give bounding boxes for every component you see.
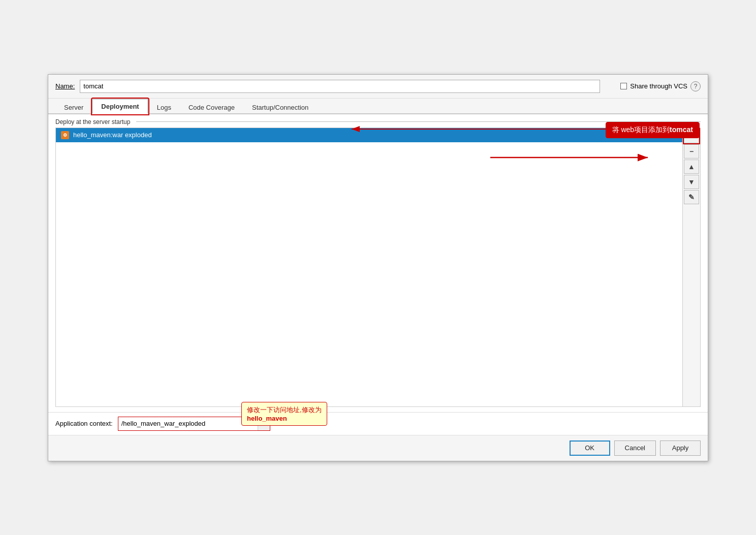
context-input-wrap: ▾ <box>118 417 270 431</box>
context-dropdown-button[interactable]: ▾ <box>258 417 270 430</box>
ok-button[interactable]: OK <box>570 440 610 456</box>
context-input[interactable] <box>118 418 258 429</box>
cancel-button[interactable]: Cancel <box>614 440 656 456</box>
context-label: Application context: <box>55 420 113 427</box>
deployment-item[interactable]: ⚙ hello_maven:war exploded <box>56 128 682 142</box>
tab-deployment[interactable]: Deployment <box>92 99 148 114</box>
context-row: Application context: ▾ <box>48 412 708 435</box>
deploy-section-label: Deploy at the server startup <box>48 114 708 128</box>
deployment-item-label: hello_maven:war exploded <box>73 131 152 139</box>
dialog-footer: OK Cancel Apply <box>48 435 708 461</box>
deployment-list: ⚙ hello_maven:war exploded <box>56 128 682 406</box>
move-down-button[interactable]: ▼ <box>684 175 699 189</box>
name-input[interactable] <box>80 80 600 93</box>
apply-button[interactable]: Apply <box>660 440 701 456</box>
dialog-header: Name: Share through VCS ? <box>48 75 708 99</box>
add-button[interactable]: + <box>684 129 699 143</box>
help-button[interactable]: ? <box>690 81 701 91</box>
vcs-checkbox[interactable] <box>620 83 627 89</box>
tab-server[interactable]: Server <box>55 100 92 114</box>
tabs-row: Server Deployment Logs Code Coverage Sta… <box>48 99 708 114</box>
tab-code-coverage[interactable]: Code Coverage <box>180 100 243 114</box>
dialog-body: Deploy at the server startup ⚙ hello_mav… <box>48 114 708 435</box>
move-up-button[interactable]: ▲ <box>684 160 699 174</box>
remove-button[interactable]: − <box>684 144 699 159</box>
name-label: Name: <box>55 82 75 90</box>
tab-startup-connection[interactable]: Startup/Connection <box>243 100 317 114</box>
edit-button[interactable]: ✎ <box>684 190 699 204</box>
tab-logs[interactable]: Logs <box>148 100 180 114</box>
deployment-list-area: ⚙ hello_maven:war exploded + − ▲ ▼ ✎ <box>55 128 701 407</box>
war-icon: ⚙ <box>61 131 69 139</box>
vcs-label: Share through VCS <box>630 82 687 90</box>
side-buttons: + − ▲ ▼ ✎ <box>682 128 700 406</box>
main-dialog: Name: Share through VCS ? Server Deploym… <box>48 74 708 461</box>
body-wrap: Deploy at the server startup ⚙ hello_mav… <box>48 114 708 435</box>
vcs-area: Share through VCS ? <box>620 81 701 91</box>
